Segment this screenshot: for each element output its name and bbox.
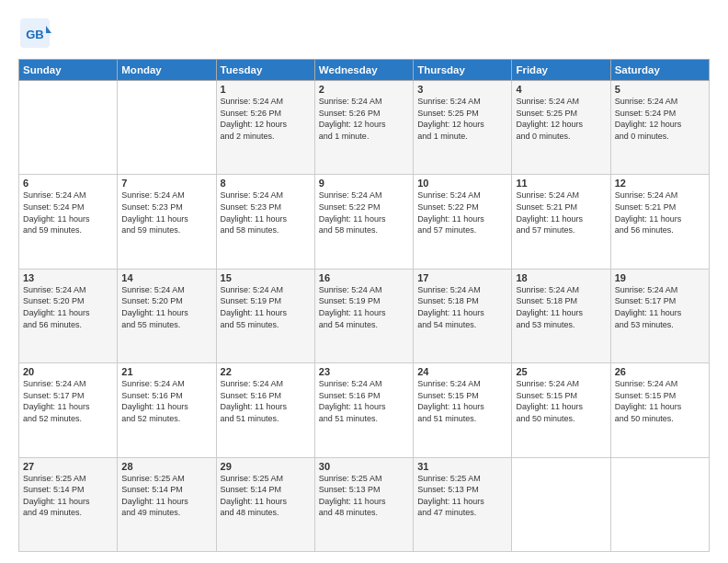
calendar-cell: 29Sunrise: 5:25 AM Sunset: 5:14 PM Dayli… [216,457,314,551]
weekday-header: Sunday [19,60,118,81]
header: GB [18,17,710,50]
calendar-cell: 10Sunrise: 5:24 AM Sunset: 5:22 PM Dayli… [414,175,512,269]
day-info: Sunrise: 5:24 AM Sunset: 5:15 PM Dayligh… [615,378,705,424]
weekday-header: Monday [118,60,216,81]
logo: GB [18,17,51,50]
day-info: Sunrise: 5:24 AM Sunset: 5:25 PM Dayligh… [516,96,606,142]
calendar-cell: 20Sunrise: 5:24 AM Sunset: 5:17 PM Dayli… [19,363,118,457]
calendar-header-row: SundayMondayTuesdayWednesdayThursdayFrid… [19,60,710,81]
day-info: Sunrise: 5:24 AM Sunset: 5:18 PM Dayligh… [417,284,507,330]
calendar-body: 1Sunrise: 5:24 AM Sunset: 5:26 PM Daylig… [19,81,710,552]
calendar-cell: 13Sunrise: 5:24 AM Sunset: 5:20 PM Dayli… [19,269,118,362]
calendar-cell: 4Sunrise: 5:24 AM Sunset: 5:25 PM Daylig… [512,81,610,175]
day-info: Sunrise: 5:24 AM Sunset: 5:22 PM Dayligh… [417,190,507,236]
day-number: 3 [417,84,507,95]
calendar-cell: 24Sunrise: 5:24 AM Sunset: 5:15 PM Dayli… [414,363,512,457]
calendar-cell: 8Sunrise: 5:24 AM Sunset: 5:23 PM Daylig… [216,175,314,269]
day-info: Sunrise: 5:24 AM Sunset: 5:19 PM Dayligh… [319,284,409,330]
day-info: Sunrise: 5:24 AM Sunset: 5:18 PM Dayligh… [516,284,606,330]
weekday-header: Saturday [610,60,709,81]
weekday-header: Tuesday [216,60,314,81]
day-number: 27 [23,461,113,472]
day-info: Sunrise: 5:24 AM Sunset: 5:24 PM Dayligh… [615,96,705,142]
day-number: 15 [221,272,311,283]
day-info: Sunrise: 5:24 AM Sunset: 5:15 PM Dayligh… [417,378,507,424]
day-number: 13 [23,272,113,283]
calendar-cell: 9Sunrise: 5:24 AM Sunset: 5:22 PM Daylig… [314,175,413,269]
calendar-cell: 12Sunrise: 5:24 AM Sunset: 5:21 PM Dayli… [610,175,709,269]
calendar-week-row: 27Sunrise: 5:25 AM Sunset: 5:14 PM Dayli… [19,457,710,551]
day-number: 19 [615,272,705,283]
day-info: Sunrise: 5:24 AM Sunset: 5:19 PM Dayligh… [221,284,311,330]
calendar-cell [118,81,216,175]
calendar-cell: 6Sunrise: 5:24 AM Sunset: 5:24 PM Daylig… [19,175,118,269]
day-info: Sunrise: 5:24 AM Sunset: 5:21 PM Dayligh… [615,190,705,236]
svg-text:GB: GB [26,28,44,41]
calendar-cell: 3Sunrise: 5:24 AM Sunset: 5:25 PM Daylig… [414,81,512,175]
day-number: 22 [221,366,311,377]
calendar-week-row: 13Sunrise: 5:24 AM Sunset: 5:20 PM Dayli… [19,269,710,362]
day-number: 21 [121,366,211,377]
calendar-cell: 28Sunrise: 5:25 AM Sunset: 5:14 PM Dayli… [118,457,216,551]
day-number: 5 [615,84,705,95]
day-number: 12 [615,178,705,189]
day-number: 1 [221,84,311,95]
day-info: Sunrise: 5:24 AM Sunset: 5:15 PM Dayligh… [516,378,606,424]
day-number: 2 [319,84,409,95]
weekday-header: Friday [512,60,610,81]
calendar-cell [19,81,118,175]
calendar-cell: 31Sunrise: 5:25 AM Sunset: 5:13 PM Dayli… [414,457,512,551]
day-info: Sunrise: 5:24 AM Sunset: 5:24 PM Dayligh… [23,190,113,236]
day-info: Sunrise: 5:24 AM Sunset: 5:16 PM Dayligh… [319,378,409,424]
calendar-cell: 22Sunrise: 5:24 AM Sunset: 5:16 PM Dayli… [216,363,314,457]
day-number: 30 [319,461,409,472]
day-number: 8 [221,178,311,189]
day-number: 26 [615,366,705,377]
calendar-cell: 19Sunrise: 5:24 AM Sunset: 5:17 PM Dayli… [610,269,709,362]
day-number: 16 [319,272,409,283]
day-info: Sunrise: 5:25 AM Sunset: 5:14 PM Dayligh… [23,473,113,519]
day-info: Sunrise: 5:24 AM Sunset: 5:26 PM Dayligh… [319,96,409,142]
calendar-cell: 25Sunrise: 5:24 AM Sunset: 5:15 PM Dayli… [512,363,610,457]
day-number: 31 [417,461,507,472]
calendar-week-row: 1Sunrise: 5:24 AM Sunset: 5:26 PM Daylig… [19,81,710,175]
calendar-cell: 2Sunrise: 5:24 AM Sunset: 5:26 PM Daylig… [314,81,413,175]
day-info: Sunrise: 5:24 AM Sunset: 5:17 PM Dayligh… [23,378,113,424]
calendar-week-row: 20Sunrise: 5:24 AM Sunset: 5:17 PM Dayli… [19,363,710,457]
calendar-cell: 17Sunrise: 5:24 AM Sunset: 5:18 PM Dayli… [414,269,512,362]
day-info: Sunrise: 5:24 AM Sunset: 5:22 PM Dayligh… [319,190,409,236]
day-number: 9 [319,178,409,189]
day-info: Sunrise: 5:24 AM Sunset: 5:17 PM Dayligh… [615,284,705,330]
day-number: 10 [417,178,507,189]
day-number: 11 [516,178,606,189]
day-info: Sunrise: 5:24 AM Sunset: 5:25 PM Dayligh… [417,96,507,142]
day-number: 29 [221,461,311,472]
day-number: 14 [121,272,211,283]
day-number: 23 [319,366,409,377]
calendar-cell [610,457,709,551]
logo-icon: GB [18,17,51,50]
calendar-cell [512,457,610,551]
day-info: Sunrise: 5:24 AM Sunset: 5:26 PM Dayligh… [221,96,311,142]
calendar-cell: 11Sunrise: 5:24 AM Sunset: 5:21 PM Dayli… [512,175,610,269]
day-number: 24 [417,366,507,377]
calendar-cell: 18Sunrise: 5:24 AM Sunset: 5:18 PM Dayli… [512,269,610,362]
day-info: Sunrise: 5:24 AM Sunset: 5:16 PM Dayligh… [121,378,211,424]
day-info: Sunrise: 5:25 AM Sunset: 5:13 PM Dayligh… [417,473,507,519]
day-info: Sunrise: 5:24 AM Sunset: 5:20 PM Dayligh… [121,284,211,330]
calendar-cell: 14Sunrise: 5:24 AM Sunset: 5:20 PM Dayli… [118,269,216,362]
day-info: Sunrise: 5:25 AM Sunset: 5:13 PM Dayligh… [319,473,409,519]
calendar-cell: 21Sunrise: 5:24 AM Sunset: 5:16 PM Dayli… [118,363,216,457]
day-info: Sunrise: 5:24 AM Sunset: 5:16 PM Dayligh… [221,378,311,424]
day-number: 20 [23,366,113,377]
calendar-cell: 26Sunrise: 5:24 AM Sunset: 5:15 PM Dayli… [610,363,709,457]
calendar-cell: 30Sunrise: 5:25 AM Sunset: 5:13 PM Dayli… [314,457,413,551]
calendar-cell: 23Sunrise: 5:24 AM Sunset: 5:16 PM Dayli… [314,363,413,457]
calendar-table: SundayMondayTuesdayWednesdayThursdayFrid… [18,59,710,552]
day-number: 6 [23,178,113,189]
calendar-week-row: 6Sunrise: 5:24 AM Sunset: 5:24 PM Daylig… [19,175,710,269]
day-info: Sunrise: 5:24 AM Sunset: 5:20 PM Dayligh… [23,284,113,330]
day-info: Sunrise: 5:25 AM Sunset: 5:14 PM Dayligh… [221,473,311,519]
calendar-cell: 1Sunrise: 5:24 AM Sunset: 5:26 PM Daylig… [216,81,314,175]
day-number: 25 [516,366,606,377]
